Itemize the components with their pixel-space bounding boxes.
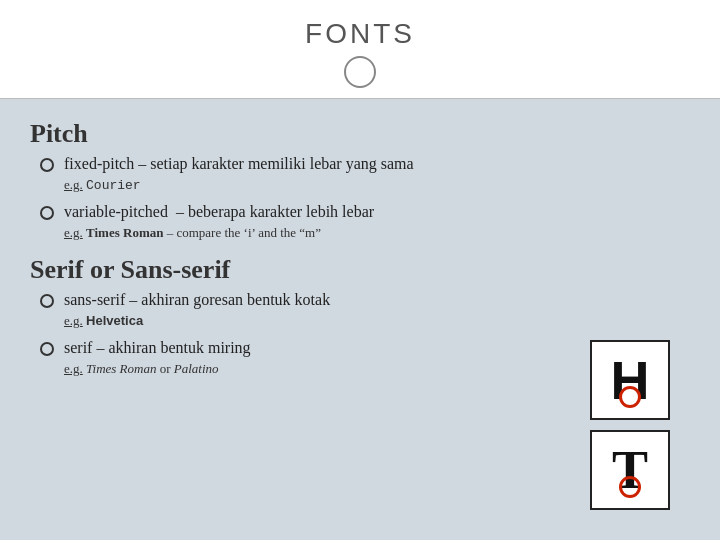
- slide-content: Pitch fixed-pitch – setiap karakter memi…: [0, 99, 720, 540]
- example-courier: Courier: [86, 178, 141, 193]
- bullet-circle-icon-3: [40, 294, 54, 308]
- serif-example-1: e.g. Helvetica: [64, 313, 570, 329]
- bullet-circle-icon-4: [40, 342, 54, 356]
- title-circle-decoration: [344, 56, 376, 88]
- bullet-circle-icon-2: [40, 206, 54, 220]
- pitch-bullet-1-text: fixed-pitch – setiap karakter memiliki l…: [64, 155, 414, 173]
- bullet-circle-icon: [40, 158, 54, 172]
- pitch-example-2: e.g. Times Roman – compare the ‘i’ and t…: [64, 225, 570, 241]
- icons-area: H T: [570, 119, 690, 530]
- pitch-heading: Pitch: [30, 119, 570, 149]
- example-helvetica: Helvetica: [86, 313, 143, 328]
- slide-title: FONTS: [0, 18, 720, 50]
- pitch-bullet-2: variable-pitched – beberapa karakter leb…: [40, 203, 570, 221]
- serif-bullet-2: serif – akhiran bentuk miring: [40, 339, 570, 357]
- circle-indicator-T: [619, 476, 641, 498]
- serif-bullet-1-text: sans-serif – akhiran goresan bentuk kota…: [64, 291, 330, 309]
- serif-example-2: e.g. Times Roman or Palatino: [64, 361, 570, 377]
- serif-heading: Serif or Sans-serif: [30, 255, 570, 285]
- example-times-1: Times Roman: [86, 225, 163, 240]
- example-palatino: Palatino: [174, 361, 219, 376]
- pitch-bullet-1: fixed-pitch – setiap karakter memiliki l…: [40, 155, 570, 173]
- serif-bullet-2-text: serif – akhiran bentuk miring: [64, 339, 251, 357]
- pitch-bullet-2-text: variable-pitched – beberapa karakter leb…: [64, 203, 374, 221]
- text-area: Pitch fixed-pitch – setiap karakter memi…: [30, 119, 570, 530]
- slide: FONTS Pitch fixed-pitch – setiap karakte…: [0, 0, 720, 540]
- serif-section: Serif or Sans-serif sans-serif – akhiran…: [30, 255, 570, 377]
- sans-serif-H-icon: H: [590, 340, 670, 420]
- example-times-compare: – compare the ‘i’ and the “m”: [167, 225, 321, 240]
- pitch-example-1: e.g. Courier: [64, 177, 570, 193]
- example-prefix-1: e.g.: [64, 177, 83, 192]
- circle-indicator-H: [619, 386, 641, 408]
- serif-T-icon: T: [590, 430, 670, 510]
- example-prefix-4: e.g.: [64, 361, 83, 376]
- serif-bullet-1: sans-serif – akhiran goresan bentuk kota…: [40, 291, 570, 309]
- example-times-roman: Times Roman or: [86, 361, 174, 376]
- example-prefix-2: e.g.: [64, 225, 83, 240]
- pitch-section: Pitch fixed-pitch – setiap karakter memi…: [30, 119, 570, 241]
- slide-header: FONTS: [0, 0, 720, 99]
- example-prefix-3: e.g.: [64, 313, 83, 328]
